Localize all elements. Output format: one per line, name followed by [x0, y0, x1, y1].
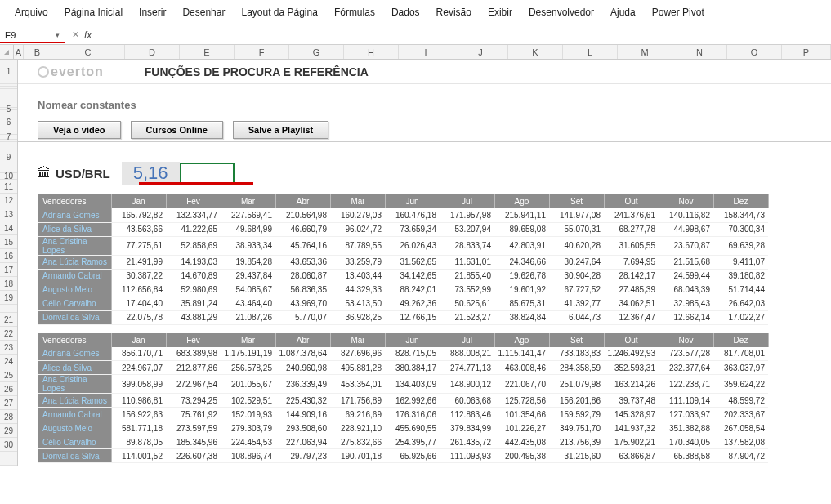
cell-value[interactable]: 132.334,77 [166, 208, 221, 222]
cell-value[interactable]: 581.771,18 [111, 421, 166, 435]
ribbon-arquivo[interactable]: Arquivo [7, 3, 56, 21]
ribbon-layout-da-página[interactable]: Layout da Página [233, 3, 325, 21]
cell-value[interactable]: 228.921,10 [330, 421, 385, 435]
cell-value[interactable]: 1.175.191,19 [221, 347, 275, 361]
row-header[interactable] [0, 452, 17, 466]
cell-value[interactable]: 213.756,39 [549, 435, 604, 449]
vendor-name[interactable]: Ana Cristina Lopes [38, 375, 111, 394]
cell-value[interactable]: 68.043,39 [659, 283, 713, 297]
cell-value[interactable]: 26.026,43 [385, 236, 440, 255]
cell-value[interactable]: 32.985,43 [659, 297, 713, 310]
cursos-button[interactable]: Cursos Online [131, 121, 223, 139]
row-header[interactable]: 14 [0, 221, 17, 235]
row-header[interactable]: 28 [0, 410, 17, 424]
cell-value[interactable]: 273.597,59 [166, 421, 221, 435]
cell-value[interactable]: 19.854,28 [221, 255, 275, 269]
vendor-name[interactable]: Célio Carvalho [38, 435, 111, 449]
cell-value[interactable]: 163.214,26 [604, 375, 659, 394]
cell-value[interactable]: 733.183,83 [549, 347, 604, 361]
cell-value[interactable]: 240.960,98 [275, 361, 330, 375]
cell-value[interactable]: 21.491,99 [111, 255, 166, 269]
vendor-name[interactable]: Dorival da Silva [38, 449, 111, 463]
cell-value[interactable]: 23.670,87 [659, 236, 713, 255]
cell-value[interactable]: 274.771,13 [440, 361, 494, 375]
cell-value[interactable]: 101.354,66 [494, 408, 549, 421]
vendor-name[interactable]: Armando Cabral [38, 408, 111, 421]
cell-value[interactable]: 55.070,31 [549, 222, 604, 236]
ribbon-dados[interactable]: Dados [383, 3, 428, 21]
cell-value[interactable]: 125.728,56 [494, 394, 549, 408]
cell-value[interactable]: 156.201,86 [549, 394, 604, 408]
cell-value[interactable]: 227.063,94 [275, 435, 330, 449]
cell-value[interactable]: 45.764,16 [275, 236, 330, 255]
cell-value[interactable]: 26.642,03 [713, 297, 768, 310]
cell-value[interactable]: 31.215,60 [549, 449, 604, 463]
cell-value[interactable]: 272.967,54 [166, 375, 221, 394]
row-header[interactable]: 27 [0, 396, 17, 410]
cell-value[interactable]: 162.992,66 [385, 394, 440, 408]
cell-value[interactable]: 14.670,89 [166, 269, 221, 283]
cell-value[interactable]: 35.891,24 [166, 297, 221, 310]
col-header-J[interactable]: J [453, 45, 508, 59]
cell-value[interactable]: 21.523,27 [440, 310, 494, 324]
col-header-K[interactable]: K [508, 45, 563, 59]
row-header[interactable]: 25 [0, 368, 17, 382]
vendor-name[interactable]: Adriana Gomes [38, 208, 111, 222]
cell-value[interactable]: 148.900,12 [440, 375, 494, 394]
cell-value[interactable]: 399.058,99 [111, 375, 166, 394]
vendor-name[interactable]: Ana Lúcia Ramos [38, 255, 111, 269]
cell-value[interactable]: 21.087,26 [221, 310, 275, 324]
cell-value[interactable]: 134.403,09 [385, 375, 440, 394]
cell-value[interactable]: 43.464,40 [221, 297, 275, 310]
cell-value[interactable]: 48.599,72 [713, 394, 768, 408]
vendor-name[interactable]: Ana Lúcia Ramos [38, 394, 111, 408]
vendor-name[interactable]: Alice da Silva [38, 222, 111, 236]
cell-value[interactable]: 144.909,16 [275, 408, 330, 421]
col-header-G[interactable]: G [289, 45, 344, 59]
col-header-H[interactable]: H [344, 45, 399, 59]
name-box[interactable]: E9 ▾ [0, 25, 65, 44]
cell-value[interactable]: 30.904,28 [549, 269, 604, 283]
cell-value[interactable]: 212.877,86 [166, 361, 221, 375]
cell-value[interactable]: 73.552,99 [440, 283, 494, 297]
cell-value[interactable]: 359.624,22 [713, 375, 768, 394]
cell-value[interactable]: 14.193,03 [166, 255, 221, 269]
cell-value[interactable]: 43.563,66 [111, 222, 166, 236]
col-header-F[interactable]: F [235, 45, 289, 59]
row-header[interactable]: 19 [0, 291, 17, 305]
cell-value[interactable]: 28.142,17 [604, 269, 659, 283]
cell-value[interactable]: 261.435,72 [440, 435, 494, 449]
cell-value[interactable]: 54.085,67 [221, 283, 275, 297]
cell-value[interactable]: 73.294,25 [166, 394, 221, 408]
cell-value[interactable]: 201.055,67 [221, 375, 275, 394]
cell-value[interactable]: 56.836,35 [275, 283, 330, 297]
cell-value[interactable]: 65.925,66 [385, 449, 440, 463]
cell-value[interactable]: 227.569,41 [221, 208, 275, 222]
cell-value[interactable]: 28.060,87 [275, 269, 330, 283]
cancel-icon[interactable]: ✕ [72, 29, 79, 40]
cell-value[interactable]: 137.582,08 [713, 435, 768, 449]
select-all-cell[interactable] [0, 45, 14, 59]
row-header[interactable]: 17 [0, 263, 17, 277]
col-header-O[interactable]: O [727, 45, 782, 59]
cell-value[interactable]: 41.222,65 [166, 222, 221, 236]
cell-value[interactable]: 279.303,79 [221, 421, 275, 435]
cell-value[interactable]: 53.413,50 [330, 297, 385, 310]
cell-value[interactable]: 53.207,94 [440, 222, 494, 236]
cell-value[interactable]: 69.639,28 [713, 236, 768, 255]
cell-value[interactable]: 73.659,34 [385, 222, 440, 236]
cell-value[interactable]: 140.116,82 [659, 208, 713, 222]
cell-value[interactable]: 40.620,28 [549, 236, 604, 255]
cell-value[interactable]: 33.259,79 [330, 255, 385, 269]
row-header[interactable]: 21 [0, 313, 17, 327]
cell-value[interactable]: 31.562,65 [385, 255, 440, 269]
cell-value[interactable]: 442.435,08 [494, 435, 549, 449]
cell-value[interactable]: 888.008,21 [440, 347, 494, 361]
cell-value[interactable]: 453.354,01 [330, 375, 385, 394]
video-button[interactable]: Veja o vídeo [38, 121, 121, 139]
cell-value[interactable]: 275.832,66 [330, 435, 385, 449]
cell-value[interactable]: 102.529,51 [221, 394, 275, 408]
cell-value[interactable]: 1.115.141,47 [494, 347, 549, 361]
cell-value[interactable]: 165.792,82 [111, 208, 166, 222]
cell-value[interactable]: 159.592,79 [549, 408, 604, 421]
